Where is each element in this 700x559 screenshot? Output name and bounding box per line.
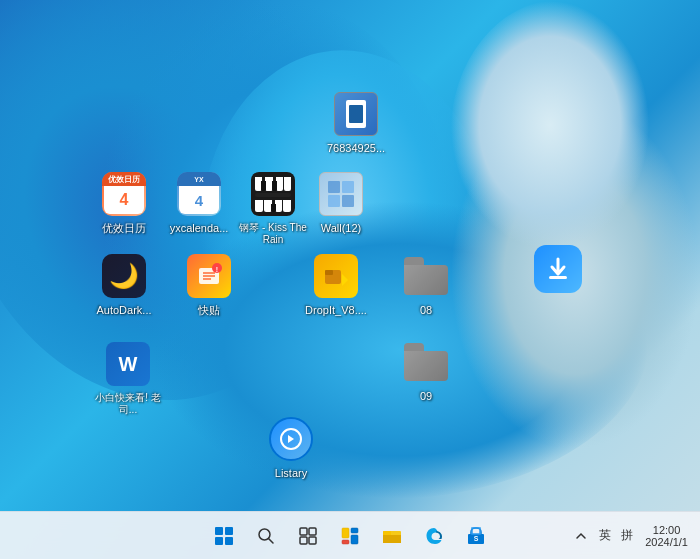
icon-xiaobai-img: W [104, 340, 152, 388]
svg-rect-0 [328, 181, 340, 193]
icon-num76-img [332, 90, 380, 138]
icon-kuaiti[interactable]: ! 快贴 [173, 252, 245, 317]
icon-yxcalendar[interactable]: YX 4 yxcalenda... [163, 170, 235, 235]
taskbar-center: S [204, 516, 496, 556]
icon-folder08-label: 08 [420, 304, 432, 317]
icon-kuaiti-label: 快贴 [198, 304, 220, 317]
svg-rect-2 [328, 195, 340, 207]
svg-rect-17 [309, 528, 316, 535]
svg-rect-23 [342, 540, 349, 544]
svg-rect-20 [342, 528, 349, 538]
svg-rect-21 [351, 528, 358, 533]
icon-autodark-img: 🌙 [100, 252, 148, 300]
clock-area[interactable]: 12:00 2024/1/1 [641, 524, 692, 548]
icon-download[interactable] [522, 245, 594, 297]
icon-xiaobai[interactable]: W 小白快来看! 老司... [88, 340, 168, 416]
file-explorer-button[interactable] [372, 516, 412, 556]
icon-num76-label: 76834925... [327, 142, 385, 155]
icon-yxcalendar-label: yxcalenda... [170, 222, 229, 235]
icon-wall12-img [317, 170, 365, 218]
icon-piano-label: 钢琴 - Kiss The Rain [237, 222, 309, 246]
icon-folder09-label: 09 [420, 390, 432, 403]
task-view-button[interactable] [288, 516, 328, 556]
file-explorer-icon [382, 526, 402, 546]
icon-piano-img [249, 170, 297, 218]
taskbar: S 英 拼 12:00 2024/1/1 [0, 511, 700, 559]
clock-date: 2024/1/1 [645, 536, 688, 548]
svg-rect-11 [325, 270, 333, 275]
icon-listary-img [267, 415, 315, 463]
svg-rect-26 [383, 535, 401, 543]
icon-youdao-calendar-label: 优效日历 [102, 222, 146, 235]
icon-dropit-img [312, 252, 360, 300]
edge-button[interactable] [414, 516, 454, 556]
icon-listary-label: Listary [275, 467, 307, 480]
svg-rect-16 [300, 528, 307, 535]
icon-youdao-calendar-img: 优效日历 4 [100, 170, 148, 218]
icon-autodark[interactable]: 🌙 AutoDark... [88, 252, 160, 317]
windows-logo [215, 527, 233, 545]
svg-rect-3 [342, 195, 354, 207]
icon-folder09[interactable]: 09 [390, 338, 462, 403]
svg-rect-19 [309, 537, 316, 544]
icon-kuaiti-img: ! [185, 252, 233, 300]
icon-yxcalendar-img: YX 4 [175, 170, 223, 218]
svg-rect-1 [342, 181, 354, 193]
caret-up-icon [575, 530, 587, 542]
icon-xiaobai-label: 小白快来看! 老司... [92, 392, 164, 416]
tray-lang-cn[interactable]: 拼 [619, 516, 635, 556]
icon-num76[interactable]: 76834925... [320, 90, 392, 155]
icon-dropit[interactable]: DropIt_V8.... [300, 252, 372, 317]
tray-caret-button[interactable] [571, 520, 591, 552]
store-button[interactable]: S [456, 516, 496, 556]
system-tray: 英 拼 12:00 2024/1/1 [563, 512, 700, 559]
svg-rect-22 [351, 535, 358, 544]
widgets-button[interactable] [330, 516, 370, 556]
start-button[interactable] [204, 516, 244, 556]
icon-folder08[interactable]: 08 [390, 252, 462, 317]
icon-wall12[interactable]: Wall(12) [305, 170, 377, 235]
svg-text:!: ! [216, 266, 218, 273]
icon-wall12-label: Wall(12) [321, 222, 362, 235]
svg-text:S: S [474, 535, 479, 542]
widgets-icon [341, 527, 359, 545]
store-icon: S [466, 526, 486, 546]
svg-line-15 [269, 538, 274, 543]
task-view-icon [299, 527, 317, 545]
icon-piano[interactable]: 钢琴 - Kiss The Rain [233, 170, 313, 246]
tray-lang-en[interactable]: 英 [597, 516, 613, 556]
svg-rect-18 [300, 537, 307, 544]
icon-youdao-calendar[interactable]: 优效日历 4 优效日历 [88, 170, 160, 235]
search-button[interactable] [246, 516, 286, 556]
svg-rect-12 [549, 276, 567, 279]
search-icon [257, 527, 275, 545]
edge-icon [424, 526, 444, 546]
icon-dropit-label: DropIt_V8.... [305, 304, 367, 317]
clock-time: 12:00 [653, 524, 681, 536]
icon-listary[interactable]: Listary [255, 415, 327, 480]
icon-autodark-label: AutoDark... [96, 304, 151, 317]
icon-folder09-img [402, 338, 450, 386]
icon-folder08-img [402, 252, 450, 300]
icon-download-img [534, 245, 582, 293]
desktop: 76834925... 优效日历 4 优效日历 YX 4 [0, 0, 700, 511]
